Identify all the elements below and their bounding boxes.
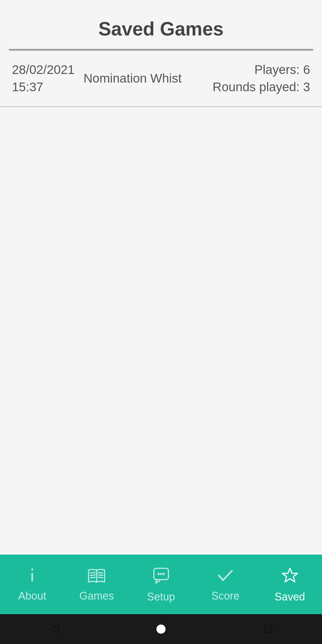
game-rounds: Rounds played: 3 <box>197 80 310 94</box>
games-list: 28/02/2021 15:37 Nomination Whist Player… <box>0 51 322 555</box>
svg-point-12 <box>160 573 162 575</box>
game-time: 15:37 <box>12 80 83 94</box>
nav-label-setup: Setup <box>147 591 175 603</box>
star-icon <box>280 566 300 588</box>
recents-button[interactable] <box>259 620 277 638</box>
svg-line-8 <box>98 575 103 575</box>
nav-item-saved[interactable]: Saved <box>258 563 322 606</box>
svg-marker-15 <box>50 625 58 633</box>
svg-marker-14 <box>282 568 298 582</box>
game-list-item[interactable]: 28/02/2021 15:37 Nomination Whist Player… <box>0 51 322 107</box>
nav-item-about[interactable]: About <box>0 564 64 605</box>
checkmark-icon <box>216 566 234 587</box>
home-button[interactable] <box>152 620 170 638</box>
svg-line-7 <box>98 572 103 573</box>
svg-line-5 <box>90 575 95 575</box>
nav-label-score: Score <box>211 590 239 602</box>
svg-line-6 <box>90 577 95 578</box>
svg-point-16 <box>156 624 166 634</box>
chat-icon <box>151 566 171 588</box>
nav-item-setup[interactable]: Setup <box>129 563 193 606</box>
svg-rect-17 <box>265 626 272 633</box>
svg-line-9 <box>98 577 103 578</box>
svg-point-13 <box>162 573 165 575</box>
game-players: Players: 6 <box>197 63 310 77</box>
system-nav-bar <box>0 614 322 644</box>
bottom-nav: About Games <box>0 555 322 614</box>
nav-label-saved: Saved <box>275 591 305 603</box>
info-icon <box>23 566 41 587</box>
book-icon <box>86 566 107 587</box>
svg-point-11 <box>157 573 160 575</box>
nav-item-score[interactable]: Score <box>193 564 258 605</box>
nav-item-games[interactable]: Games <box>64 564 129 605</box>
page-title: Saved Games <box>0 0 322 49</box>
back-button[interactable] <box>45 620 63 638</box>
nav-label-about: About <box>18 590 46 602</box>
nav-label-games: Games <box>79 590 114 602</box>
svg-line-4 <box>90 572 95 573</box>
svg-point-1 <box>31 569 33 570</box>
game-date: 28/02/2021 <box>12 63 83 77</box>
game-type: Nomination Whist <box>83 63 197 94</box>
